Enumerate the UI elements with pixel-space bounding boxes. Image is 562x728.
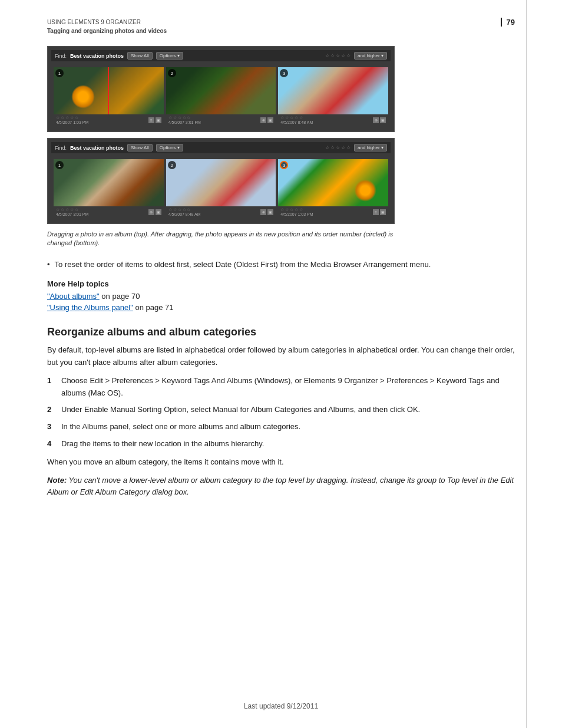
right-rule xyxy=(526,0,527,728)
stack-icon-top-3: ⊕ xyxy=(373,117,379,123)
photo-stars-top-1: ☆ ☆ ☆ ☆ ☆ xyxy=(56,116,88,120)
find-value: Best vacation photos xyxy=(70,53,124,59)
photo-number-bottom-2: 2 xyxy=(168,161,176,169)
photo-number-top-1: 1 xyxy=(55,69,64,77)
note-para: Note: You can't move a lower-level album… xyxy=(47,475,515,499)
photo-thumb-bottom-3: 3 xyxy=(278,159,388,206)
toolbar-top: Find: Best vacation photos Show All Opti… xyxy=(51,50,391,61)
stars-area-top: ☆ ☆ ☆ ☆ ☆ xyxy=(325,53,351,58)
photo-date-top-2: 4/5/2007 3:01 PM xyxy=(168,120,201,124)
about-albums-suffix: on page 70 xyxy=(101,292,140,301)
photo-cell-bottom-3: 3 ☆ ☆ ☆ ☆ ☆ 4/5/2007 1:03 PM ≡ ▣ xyxy=(278,159,388,218)
and-higher-button-bottom[interactable]: and higher ▾ xyxy=(354,144,387,151)
photo-grid-bottom: 1 ☆ ☆ ☆ ☆ ☆ 4/5/2007 3:01 PM ⊕ ▣ 2 xyxy=(51,157,391,220)
screenshot-top: Find: Best vacation photos Show All Opti… xyxy=(47,46,395,132)
stack-icon-bottom-1: ⊕ xyxy=(148,209,154,215)
photo-date-top-1: 4/5/2007 1:03 PM xyxy=(56,120,88,124)
photo-number-top-2: 2 xyxy=(168,69,176,77)
step-1-num: 1 xyxy=(47,375,55,400)
photo-icons-bottom-1: ⊕ ▣ xyxy=(148,209,161,215)
toolbar-bottom: Find: Best vacation photos Show All Opti… xyxy=(51,142,391,153)
bullet-dot: • xyxy=(47,259,50,271)
photo-meta-top-3: ☆ ☆ ☆ ☆ ☆ 4/5/2007 8:48 AM ⊕ ▣ xyxy=(278,114,388,126)
page-number: 79 xyxy=(501,18,515,27)
breadcrumb-line1: USING ELEMENTS 9 ORGANIZER xyxy=(47,18,167,27)
photo-date-top-3: 4/5/2007 8:48 AM xyxy=(280,120,313,124)
numbered-list: 1 Choose Edit > Preferences > Keyword Ta… xyxy=(47,375,515,450)
photo-icons-top-1: ≡ ▣ xyxy=(148,117,161,123)
cam-icon-bottom-3: ▣ xyxy=(380,209,386,215)
section-heading: Reorganize albums and album categories xyxy=(47,326,515,338)
step-2-num: 2 xyxy=(47,404,55,416)
photo-meta-bottom-1: ☆ ☆ ☆ ☆ ☆ 4/5/2007 3:01 PM ⊕ ▣ xyxy=(54,206,164,218)
stack-icon-bottom-2: ⊕ xyxy=(260,209,266,215)
photo-meta-bottom-3: ☆ ☆ ☆ ☆ ☆ 4/5/2007 1:03 PM ≡ ▣ xyxy=(278,206,388,218)
photo-thumb-top-3: 3 xyxy=(278,67,388,114)
cam-icon-top-1: ▣ xyxy=(156,117,161,123)
photo-grid-top: 1 ☆ ☆ ☆ ☆ ☆ 4/5/2007 1:03 PM ≡ ▣ xyxy=(51,65,391,128)
options-button-bottom[interactable]: Options ▾ xyxy=(156,144,183,151)
find-label: Find: xyxy=(55,53,67,59)
photo-meta-top-1: ☆ ☆ ☆ ☆ ☆ 4/5/2007 1:03 PM ≡ ▣ xyxy=(54,114,164,126)
photo-stars-bottom-1: ☆ ☆ ☆ ☆ ☆ xyxy=(56,207,88,212)
page-container: USING ELEMENTS 9 ORGANIZER Tagging and o… xyxy=(0,0,562,728)
step-4-text: Drag the items to their new location in … xyxy=(61,438,515,450)
step-3: 3 In the Albums panel, select one or mor… xyxy=(47,421,515,433)
cam-icon-bottom-2: ▣ xyxy=(267,209,273,215)
stars-area-bottom: ☆ ☆ ☆ ☆ ☆ xyxy=(325,145,351,150)
about-albums-link[interactable]: "About albums" xyxy=(47,292,100,301)
flower-decor-bottom xyxy=(354,179,376,202)
photo-thumb-top-2: 2 xyxy=(166,67,276,114)
photo-thumb-top-1: 1 xyxy=(54,67,164,114)
photo-stars-bottom-3: ☆ ☆ ☆ ☆ ☆ xyxy=(280,207,313,212)
step-4-num: 4 xyxy=(47,438,55,450)
step-3-num: 3 xyxy=(47,421,55,433)
photo-stars-bottom-2: ☆ ☆ ☆ ☆ ☆ xyxy=(168,207,201,212)
options-button[interactable]: Options ▾ xyxy=(156,52,183,60)
photo-cell-top-2: 2 ☆ ☆ ☆ ☆ ☆ 4/5/2007 3:01 PM ⊕ ▣ xyxy=(166,67,276,126)
photo-icons-bottom-2: ⊕ ▣ xyxy=(260,209,273,215)
screenshot-bottom: Find: Best vacation photos Show All Opti… xyxy=(47,138,395,224)
page-header: USING ELEMENTS 9 ORGANIZER Tagging and o… xyxy=(47,18,515,35)
breadcrumb-line2: Tagging and organizing photos and videos xyxy=(47,27,167,35)
stack-icon-bottom-3: ≡ xyxy=(373,209,379,215)
screenshot-caption: Dragging a photo in an album (top). Afte… xyxy=(47,230,395,248)
using-albums-panel-link[interactable]: "Using the Albums panel" xyxy=(47,303,133,312)
header-breadcrumb: USING ELEMENTS 9 ORGANIZER Tagging and o… xyxy=(47,18,167,35)
photo-meta-top-2: ☆ ☆ ☆ ☆ ☆ 4/5/2007 3:01 PM ⊕ ▣ xyxy=(166,114,276,126)
step-3-text: In the Albums panel, select one or more … xyxy=(61,421,515,433)
photo-cell-bottom-1: 1 ☆ ☆ ☆ ☆ ☆ 4/5/2007 3:01 PM ⊕ ▣ xyxy=(54,159,164,218)
bullet-item: • To reset the order of items to oldest … xyxy=(47,259,515,271)
photo-cell-top-3: 3 ☆ ☆ ☆ ☆ ☆ 4/5/2007 8:48 AM ⊕ ▣ xyxy=(278,67,388,126)
photo-cell-bottom-2: 2 ☆ ☆ ☆ ☆ ☆ 4/5/2007 8:48 AM ⊕ ▣ xyxy=(166,159,276,218)
find-label-bottom: Find: xyxy=(55,145,67,151)
page-footer: Last updated 9/12/2011 xyxy=(0,702,562,710)
show-all-button-bottom[interactable]: Show All xyxy=(127,144,153,151)
show-all-button[interactable]: Show All xyxy=(127,52,153,60)
find-value-bottom: Best vacation photos xyxy=(70,145,124,151)
photo-thumb-bottom-1: 1 xyxy=(54,159,164,206)
step-1: 1 Choose Edit > Preferences > Keyword Ta… xyxy=(47,375,515,400)
drag-indicator xyxy=(108,67,109,114)
help-link-line-1: "About albums" on page 70 xyxy=(47,292,515,301)
intro-para: By default, top-level albums are listed … xyxy=(47,344,515,369)
step-2-text: Under Enable Manual Sorting Option, sele… xyxy=(61,404,515,416)
stack-icon-top-1: ≡ xyxy=(148,117,154,123)
cam-icon-top-2: ▣ xyxy=(267,117,273,123)
cam-icon-top-3: ▣ xyxy=(380,117,386,123)
after-steps-para: When you move an album category, the ite… xyxy=(47,456,515,469)
photo-stars-top-3: ☆ ☆ ☆ ☆ ☆ xyxy=(280,116,313,120)
footer-text: Last updated 9/12/2011 xyxy=(244,702,318,710)
photo-icons-top-3: ⊕ ▣ xyxy=(373,117,386,123)
photo-thumb-bottom-2: 2 xyxy=(166,159,276,206)
photo-cell-top-1: 1 ☆ ☆ ☆ ☆ ☆ 4/5/2007 1:03 PM ≡ ▣ xyxy=(54,67,164,126)
photo-meta-bottom-2: ☆ ☆ ☆ ☆ ☆ 4/5/2007 8:48 AM ⊕ ▣ xyxy=(166,206,276,218)
stack-icon-top-2: ⊕ xyxy=(260,117,266,123)
bullet-text: To reset the order of items to oldest fi… xyxy=(55,259,431,271)
step-1-text: Choose Edit > Preferences > Keyword Tags… xyxy=(61,375,515,400)
photo-date-bottom-3: 4/5/2007 1:03 PM xyxy=(280,212,313,216)
photo-number-bottom-3: 3 xyxy=(280,161,288,169)
and-higher-button-top[interactable]: and higher ▾ xyxy=(354,52,387,60)
step-2: 2 Under Enable Manual Sorting Option, se… xyxy=(47,404,515,416)
more-help-section: More Help topics "About albums" on page … xyxy=(47,279,515,312)
